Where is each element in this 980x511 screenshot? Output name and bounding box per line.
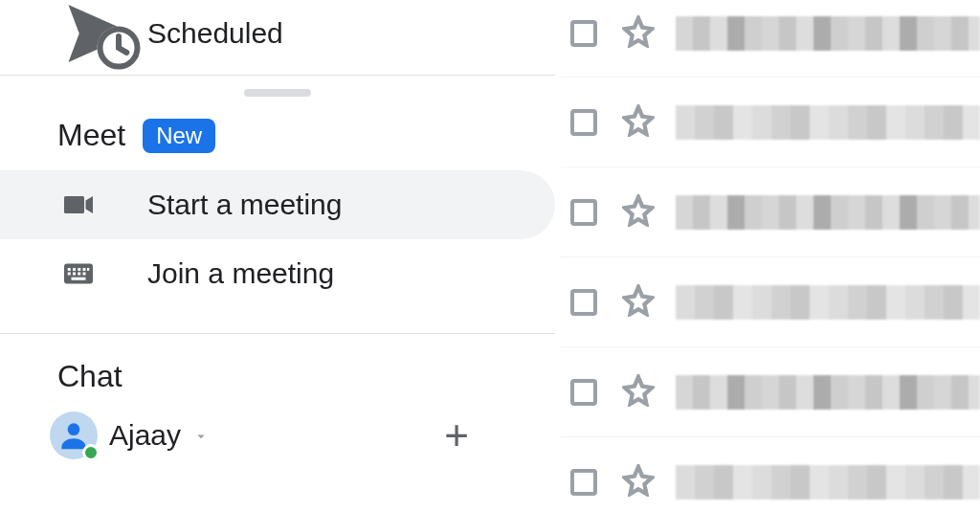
join-meeting-button[interactable]: Join a meeting [0, 239, 555, 308]
redacted-content [676, 105, 980, 140]
mail-row[interactable] [561, 167, 980, 256]
mail-row[interactable] [561, 0, 980, 67]
svg-rect-12 [72, 278, 86, 280]
chat-section-header: Chat [0, 359, 555, 394]
mail-row[interactable] [561, 346, 980, 436]
svg-rect-6 [83, 268, 86, 271]
video-camera-icon [61, 188, 147, 222]
redacted-content [676, 16, 980, 51]
select-checkbox[interactable] [570, 20, 597, 47]
divider [0, 333, 555, 334]
start-meeting-button[interactable]: Start a meeting [0, 170, 555, 239]
new-badge: New [143, 119, 215, 153]
nav-scheduled[interactable]: Scheduled [0, 0, 555, 67]
svg-rect-4 [73, 268, 76, 271]
start-meeting-label: Start a meeting [147, 189, 342, 221]
chat-user-name: Ajaay [109, 419, 181, 452]
svg-rect-8 [68, 273, 71, 276]
redacted-content [676, 375, 980, 410]
star-icon[interactable] [622, 464, 655, 500]
svg-rect-10 [78, 273, 80, 276]
star-icon[interactable] [622, 284, 655, 321]
svg-rect-5 [78, 268, 80, 271]
avatar [50, 411, 98, 459]
svg-rect-3 [68, 268, 71, 271]
select-checkbox[interactable] [570, 109, 597, 136]
redacted-content [676, 465, 980, 500]
mail-row[interactable] [561, 256, 980, 346]
section-drag-handle[interactable] [244, 89, 311, 97]
star-icon[interactable] [622, 104, 655, 141]
chevron-down-icon[interactable] [192, 419, 210, 452]
redacted-content [676, 195, 980, 230]
select-checkbox[interactable] [570, 199, 597, 226]
nav-scheduled-label: Scheduled [147, 17, 283, 50]
mail-row[interactable] [561, 436, 980, 511]
sidebar: Scheduled Meet New Start a meeting Join … [0, 0, 555, 511]
select-checkbox[interactable] [570, 289, 597, 316]
meet-section-header: Meet New [0, 118, 555, 153]
scheduled-icon [61, 0, 147, 77]
new-chat-button[interactable]: + [444, 414, 469, 456]
svg-rect-7 [87, 268, 89, 271]
mail-row[interactable] [561, 77, 980, 167]
mail-list [555, 0, 980, 511]
select-checkbox[interactable] [570, 379, 597, 406]
select-checkbox[interactable] [570, 469, 597, 496]
redacted-content [676, 285, 980, 320]
star-icon[interactable] [622, 194, 655, 231]
star-icon[interactable] [622, 15, 655, 52]
svg-point-13 [68, 423, 80, 435]
presence-indicator [82, 444, 100, 461]
chat-title: Chat [57, 359, 122, 394]
chat-user-row[interactable]: Ajaay + [0, 411, 555, 459]
join-meeting-label: Join a meeting [147, 257, 334, 290]
star-icon[interactable] [622, 374, 655, 411]
keyboard-icon [61, 256, 147, 291]
meet-title: Meet [57, 118, 125, 153]
svg-rect-9 [73, 273, 76, 276]
svg-rect-11 [83, 273, 86, 276]
